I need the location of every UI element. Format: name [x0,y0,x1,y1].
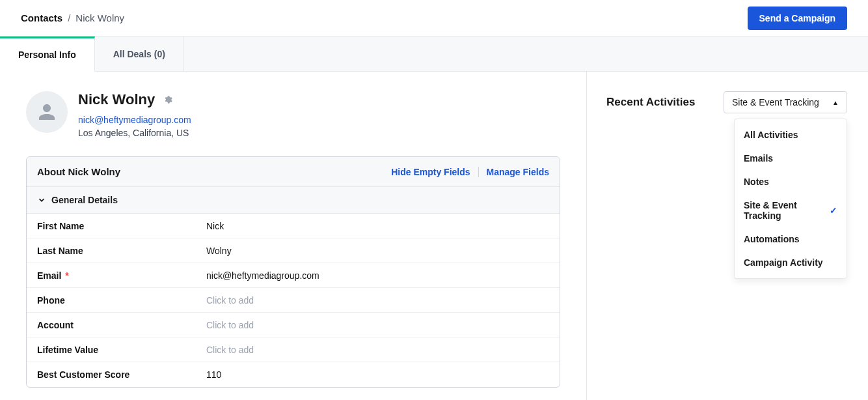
field-row[interactable]: PhoneClick to add [27,288,560,313]
manage-fields-link[interactable]: Manage Fields [487,167,549,177]
about-actions: Hide Empty Fields Manage Fields [391,167,549,177]
field-row[interactable]: First NameNick [27,214,560,238]
field-value[interactable]: Click to add [206,295,254,306]
breadcrumb: Contacts / Nick Wolny [21,12,124,23]
dropdown-item-label: Campaign Activity [744,257,823,268]
dropdown-item-label: Emails [744,153,773,164]
person-icon [35,100,59,124]
field-value[interactable]: 110 [206,369,221,380]
about-card-header: About Nick Wolny Hide Empty Fields Manag… [27,157,560,187]
contact-name: Nick Wolny [78,91,155,108]
activity-filter-select[interactable]: Site & Event Tracking ▲ [724,91,847,113]
divider [478,167,479,177]
dropdown-item-label: Site & Event Tracking [744,200,830,221]
dropdown-item[interactable]: Campaign Activity [735,251,847,274]
field-value[interactable]: Click to add [206,345,254,355]
field-row[interactable]: Lifetime ValueClick to add [27,337,560,362]
field-value[interactable]: Nick [206,221,224,231]
field-label: Account [37,320,206,330]
gear-icon[interactable] [163,95,172,104]
chevron-down-icon [37,195,46,205]
field-row[interactable]: Last NameWolny [27,238,560,263]
contact-email-link[interactable]: nick@heftymediagroup.com [78,115,191,125]
dropdown-item-label: Notes [744,177,769,187]
contact-location: Los Angeles, California, US [78,128,191,138]
about-title: About Nick Wolny [37,166,120,177]
field-label: Best Customer Score [37,369,206,380]
required-asterisk: * [62,270,68,281]
field-label: Last Name [37,246,206,256]
caret-up-icon: ▲ [832,99,839,106]
hide-empty-fields-link[interactable]: Hide Empty Fields [391,167,470,177]
field-value[interactable]: nick@heftymediagroup.com [206,270,319,281]
top-bar: Contacts / Nick Wolny Send a Campaign [0,0,868,36]
profile-header: Nick Wolny nick@heftymediagroup.com Los … [26,91,560,138]
dropdown-item[interactable]: Notes [735,170,847,193]
section-label: General Details [51,195,118,205]
main-content: Nick Wolny nick@heftymediagroup.com Los … [0,72,868,400]
field-value[interactable]: Wolny [206,246,232,256]
tab-all-deals[interactable]: All Deals (0) [95,36,184,71]
general-details-toggle[interactable]: General Details [27,187,560,214]
recent-activities-header: Recent Activities Site & Event Tracking … [606,91,847,113]
field-row[interactable]: Email *nick@heftymediagroup.com [27,263,560,288]
field-row[interactable]: AccountClick to add [27,313,560,337]
about-card: About Nick Wolny Hide Empty Fields Manag… [26,156,560,388]
tab-label: Personal Info [18,50,76,60]
check-icon: ✓ [830,205,837,216]
tab-personal-info[interactable]: Personal Info [0,36,95,72]
field-label: Lifetime Value [37,345,206,355]
dropdown-item[interactable]: Site & Event Tracking✓ [735,193,847,227]
breadcrumb-current: Nick Wolny [75,12,124,23]
send-campaign-button[interactable]: Send a Campaign [748,7,847,30]
profile-meta: Nick Wolny nick@heftymediagroup.com Los … [78,91,191,138]
tab-label: All Deals (0) [113,49,165,59]
tab-row: Personal Info All Deals (0) [0,36,868,72]
dropdown-item[interactable]: Emails [735,147,847,170]
dropdown-item-label: All Activities [744,130,798,140]
dropdown-item-label: Automations [744,234,800,244]
recent-activities-title: Recent Activities [606,96,695,109]
breadcrumb-separator: / [68,12,70,23]
dropdown-item[interactable]: Automations [735,227,847,251]
breadcrumb-root[interactable]: Contacts [21,12,62,23]
field-label: First Name [37,221,206,231]
field-row[interactable]: Best Customer Score110 [27,362,560,387]
selected-filter-label: Site & Event Tracking [732,97,819,107]
avatar [26,91,68,133]
activity-filter-dropdown: All ActivitiesEmailsNotesSite & Event Tr… [734,119,847,279]
dropdown-item[interactable]: All Activities [735,123,847,147]
right-column: Recent Activities Site & Event Tracking … [587,72,868,400]
field-label: Phone [37,295,206,306]
field-value[interactable]: Click to add [206,320,254,330]
fields-list: First NameNickLast NameWolnyEmail *nick@… [27,214,560,387]
field-label: Email * [37,270,206,281]
left-column: Nick Wolny nick@heftymediagroup.com Los … [0,72,587,400]
